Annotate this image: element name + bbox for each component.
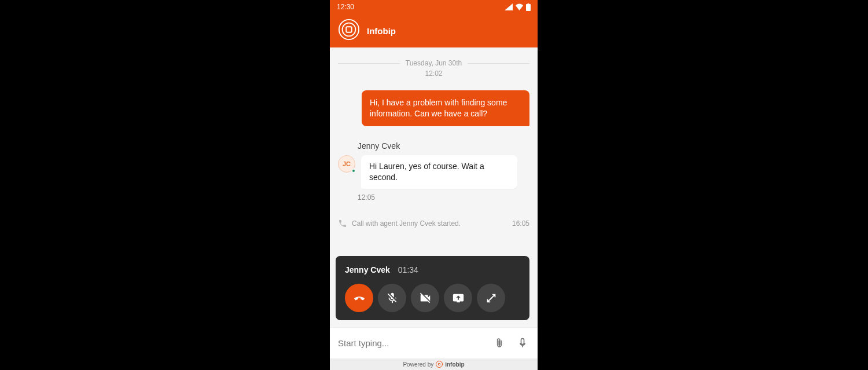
hang-up-icon <box>353 292 366 305</box>
mic-icon <box>517 337 528 350</box>
incoming-time: 12:05 <box>358 193 529 202</box>
message-input[interactable] <box>338 338 482 348</box>
system-text: Call with agent Jenny Cvek started. <box>352 219 461 228</box>
avatar[interactable]: JC <box>338 155 355 173</box>
system-time: 16:05 <box>512 219 529 228</box>
app-title: Infobip <box>367 26 396 36</box>
status-time: 12:30 <box>337 3 505 11</box>
date-label: Tuesday, Jun 30th <box>406 59 462 67</box>
phone-icon <box>338 219 347 228</box>
battery-icon <box>526 3 531 11</box>
composer <box>330 327 538 358</box>
screen-share-icon <box>452 292 465 305</box>
paperclip-icon <box>494 337 505 350</box>
camera-off-button[interactable] <box>411 284 439 312</box>
hang-up-button[interactable] <box>345 284 373 312</box>
phone-frame: 12:30 Infobip Tuesday, Jun 30th 12:02 Hi… <box>330 0 538 370</box>
footer-brand: infobip <box>445 361 464 368</box>
attach-button[interactable] <box>494 337 505 350</box>
call-panel[interactable]: Jenny Cvek 01:34 <box>336 256 529 320</box>
incoming-message[interactable]: Hi Lauren, yes of course. Wait a second. <box>361 155 517 189</box>
mic-off-icon <box>386 292 399 305</box>
footer-logo-icon <box>436 361 443 368</box>
status-bar: 12:30 <box>330 0 538 14</box>
screen-share-button[interactable] <box>444 284 472 312</box>
avatar-initials: JC <box>343 160 351 167</box>
status-icons <box>505 3 531 11</box>
expand-icon <box>485 292 498 305</box>
cell-signal-icon <box>505 3 513 10</box>
presence-dot-icon <box>351 168 356 173</box>
svg-rect-1 <box>528 3 529 5</box>
call-peer-name: Jenny Cvek <box>345 265 390 274</box>
voice-button[interactable] <box>517 337 528 350</box>
svg-point-3 <box>343 23 356 36</box>
expand-button[interactable] <box>477 284 505 312</box>
call-timer: 01:34 <box>398 265 418 274</box>
system-call-started: Call with agent Jenny Cvek started. 16:0… <box>338 219 529 228</box>
footer: Powered by infobip <box>330 358 538 370</box>
agent-name-label: Jenny Cvek <box>358 141 529 151</box>
outgoing-message[interactable]: Hi, I have a problem with finding some i… <box>362 90 529 126</box>
wifi-icon <box>515 3 524 10</box>
svg-rect-0 <box>526 4 531 11</box>
footer-prefix: Powered by <box>403 361 433 368</box>
svg-rect-4 <box>346 27 352 32</box>
video-off-icon <box>419 292 432 305</box>
conversation-area[interactable]: Tuesday, Jun 30th 12:02 Hi, I have a pro… <box>330 47 538 327</box>
mute-button[interactable] <box>378 284 406 312</box>
date-separator: Tuesday, Jun 30th <box>338 59 529 67</box>
app-logo-icon <box>338 19 360 43</box>
message-time: 12:02 <box>338 69 529 78</box>
app-header: Infobip <box>330 14 538 47</box>
